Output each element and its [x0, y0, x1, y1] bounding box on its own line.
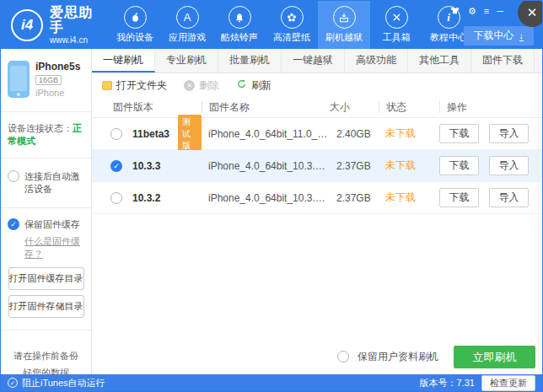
table-row[interactable]: 10.3.2 iPhone_4.0_64bit_10.3.2_14F89_Res…: [92, 182, 542, 214]
device-capacity-badge: 16GB: [35, 75, 62, 85]
tab-bar: 一键刷机 专业刷机 批量刷机 一键越狱 高级功能 其他工具 固件下载: [92, 49, 542, 73]
check-circle-icon: ✓: [8, 378, 18, 388]
download-center-label: 下载中心: [474, 29, 514, 43]
row-select-radio[interactable]: [110, 128, 122, 140]
tab-one-click-flash[interactable]: 一键刷机: [92, 49, 155, 72]
open-folder-label: 打开文件夹: [116, 78, 167, 93]
firmware-size: 2.37GB: [330, 160, 379, 172]
check-update-button[interactable]: 检查更新: [481, 375, 535, 391]
row-select-radio[interactable]: [110, 192, 122, 204]
minimize-icon[interactable]: ─: [497, 7, 503, 16]
app-window: i4 爱思助手 www.i4.cn 我的设备 A 应用游戏 酷炫铃声: [0, 0, 543, 392]
connection-status: 设备连接状态：正常模式: [1, 112, 91, 158]
import-button[interactable]: 导入: [489, 188, 529, 207]
tools-icon: [385, 6, 408, 29]
main-nav: 我的设备 A 应用游戏 酷炫铃声 高清壁纸: [109, 1, 475, 49]
refresh-label: 刷新: [251, 78, 272, 93]
tab-advanced[interactable]: 高级功能: [345, 49, 408, 72]
block-itunes-toggle[interactable]: ✓ 阻止iTunes自动运行: [8, 377, 105, 389]
apple-icon: [124, 6, 147, 29]
bell-icon: [228, 6, 251, 29]
app-title: 爱思助手: [50, 5, 100, 35]
block-itunes-label: 阻止iTunes自动运行: [22, 377, 105, 389]
keep-cache-radio[interactable]: ✓: [8, 218, 19, 230]
auto-activate-section: 连接后自动激活设备: [1, 158, 91, 208]
auto-activate-label: 连接后自动激活设备: [24, 170, 84, 196]
firmware-status: 未下载: [379, 158, 439, 173]
refresh-button[interactable]: 刷新: [236, 78, 272, 93]
tab-batch-flash[interactable]: 批量刷机: [218, 49, 282, 72]
tab-pro-flash[interactable]: 专业刷机: [155, 49, 218, 72]
refresh-icon: [236, 78, 247, 92]
nav-label: 我的设备: [116, 31, 153, 44]
delete-label: 删除: [199, 78, 219, 93]
delete-icon: ✕: [184, 80, 195, 91]
table-row[interactable]: ✓ 10.3.3 iPhone_4.0_64bit_10.3.3_14G60_R…: [92, 150, 542, 182]
titlebar-controls: ⚙ ≡ ─: [449, 6, 503, 17]
firmware-size: 2.40GB: [330, 128, 379, 140]
nav-label: 应用游戏: [169, 31, 206, 44]
nav-label: 高清壁纸: [273, 31, 310, 44]
nav-ringtones[interactable]: 酷炫铃声: [213, 1, 266, 49]
app-logo: i4 爱思助手 www.i4.cn: [1, 1, 109, 49]
appstore-icon: A: [176, 6, 199, 29]
status-bar: ✓ 阻止iTunes自动运行 版本号：7.31 检查更新: [1, 374, 542, 391]
toolbar: 打开文件夹 ✕ 删除 刷新: [92, 73, 542, 97]
nav-apps-games[interactable]: A 应用游戏: [161, 1, 213, 49]
nav-label: 教程中心: [430, 31, 467, 44]
app-url: www.i4.cn: [50, 35, 100, 45]
sidebar: iPhone5s 16GB iPhone 设备连接状态：正常模式 连接后自动激活…: [1, 49, 92, 374]
menu-icon[interactable]: ≡: [484, 7, 489, 16]
firmware-status: 未下载: [379, 191, 439, 205]
nav-toolbox[interactable]: 工具箱: [370, 1, 422, 49]
keep-user-data-radio[interactable]: [337, 351, 349, 362]
tab-firmware-download[interactable]: 固件下载: [471, 49, 535, 72]
folder-icon: [102, 81, 112, 90]
close-icon[interactable]: ✕: [518, 0, 543, 27]
tab-one-click-jailbreak[interactable]: 一键越狱: [282, 49, 345, 72]
open-cache-dir-button[interactable]: 打开固件缓存目录: [8, 267, 84, 290]
download-center-button[interactable]: 下载中心 ↓: [464, 26, 535, 46]
row-select-radio[interactable]: ✓: [110, 160, 122, 172]
download-button[interactable]: 下载: [439, 188, 479, 207]
i4-logo-icon: i4: [11, 9, 43, 41]
firmware-version: 11beta3: [132, 128, 169, 140]
connection-label: 设备连接状态：: [8, 123, 73, 133]
download-button[interactable]: 下载: [439, 124, 479, 143]
nav-my-devices[interactable]: 我的设备: [109, 1, 161, 49]
flash-now-button[interactable]: 立即刷机: [454, 346, 535, 368]
cache-help-link[interactable]: 什么是固件缓存？: [24, 235, 84, 260]
version-text: 版本号：7.31: [420, 377, 475, 389]
open-storage-dir-button[interactable]: 打开固件存储目录: [8, 295, 84, 318]
open-folder-button[interactable]: 打开文件夹: [102, 78, 167, 93]
import-button[interactable]: 导入: [489, 124, 529, 143]
table-row[interactable]: 11beta3 测试版 iPhone_4.0_64bit_11.0_15A531…: [92, 118, 542, 150]
column-size: 大小: [330, 100, 379, 115]
skin-icon[interactable]: [449, 6, 460, 17]
nav-wallpapers[interactable]: 高清壁纸: [266, 1, 318, 49]
nav-flash-jailbreak[interactable]: 刷机越狱: [318, 1, 370, 49]
tab-other-tools[interactable]: 其他工具: [408, 49, 471, 72]
flash-controls: 保留用户资料刷机 立即刷机: [92, 339, 542, 374]
import-button[interactable]: 导入: [489, 156, 529, 175]
firmware-size: 2.37GB: [330, 192, 379, 204]
column-firmware-name: 固件名称: [202, 101, 330, 113]
device-model: iPhone: [35, 88, 80, 98]
flash-box-icon: [333, 6, 356, 29]
table-empty-area: [92, 214, 542, 339]
download-button[interactable]: 下载: [439, 156, 479, 175]
column-operation: 操作: [439, 101, 542, 113]
settings-gear-icon[interactable]: ⚙: [468, 7, 476, 16]
iphone-icon: [8, 61, 30, 98]
download-icon: ↓: [519, 31, 524, 41]
nav-label: 酷炫铃声: [221, 31, 258, 44]
device-card: iPhone5s 16GB iPhone: [1, 49, 91, 112]
auto-activate-radio[interactable]: [8, 170, 19, 182]
beta-badge: 测试版: [178, 115, 202, 153]
column-firmware-version: 固件版本: [92, 100, 202, 115]
firmware-cache-section: ✓ 保留固件缓存 什么是固件缓存？ 打开固件缓存目录 打开固件存储目录: [1, 208, 91, 330]
keep-user-data-label: 保留用户资料刷机: [358, 350, 438, 364]
delete-button[interactable]: ✕ 删除: [184, 78, 219, 93]
header: i4 爱思助手 www.i4.cn 我的设备 A 应用游戏 酷炫铃声: [1, 1, 542, 49]
keep-cache-label: 保留固件缓存: [24, 218, 80, 231]
